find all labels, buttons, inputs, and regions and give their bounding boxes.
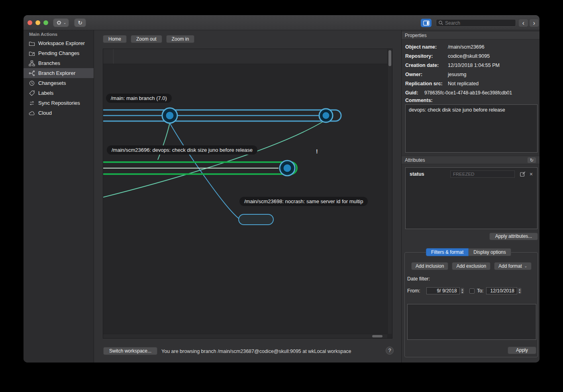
refresh-attributes-button[interactable]: ↻ <box>527 157 536 163</box>
branch-diagram-canvas[interactable]: ! /main: main branch (7.0) /main/scm2369… <box>103 49 392 339</box>
branch-label-scm23698[interactable]: /main/scm23698: nocrash: same server id … <box>239 197 368 206</box>
search-field[interactable] <box>436 19 516 27</box>
branch-explorer-icon <box>29 70 35 76</box>
zoom-in-button[interactable]: Zoom in <box>166 35 194 43</box>
property-value: codice@skull:9095 <box>448 53 490 59</box>
properties-panel: Properties Object name: /main/scm23696 R… <box>401 30 539 363</box>
toggle-right-panel-button[interactable] <box>421 19 432 27</box>
sidebar-item-branches[interactable]: Branches <box>24 58 94 68</box>
changeset-node-main-2[interactable] <box>319 109 333 122</box>
add-exclusion-button[interactable]: Add exclusion <box>452 262 490 270</box>
branch-label-main[interactable]: /main: main branch (7.0) <box>106 94 172 103</box>
folder-icon <box>29 40 35 47</box>
property-value: Not replicated <box>448 81 479 86</box>
changeset-node-scm23696[interactable] <box>280 161 295 176</box>
attribute-row[interactable]: status FREEZED × <box>406 168 537 178</box>
sidebar-panel-icon <box>423 20 430 26</box>
tab-display-options[interactable]: Display options <box>469 248 511 256</box>
attributes-title: Attributes <box>405 157 425 163</box>
property-label: Replication src: <box>405 81 448 86</box>
branches-icon <box>29 60 35 67</box>
horizontal-scrollbar-thumb[interactable] <box>372 335 383 337</box>
merge-link-curve[interactable] <box>103 122 323 197</box>
sidebar-item-label: Changesets <box>38 80 66 86</box>
sidebar-item-label: Labels <box>38 90 53 96</box>
apply-filters-button[interactable]: Apply <box>508 347 536 354</box>
sidebar-item-changesets[interactable]: Changesets <box>24 78 94 88</box>
filter-list-box[interactable] <box>407 304 536 340</box>
gear-icon <box>56 20 62 26</box>
comments-box[interactable]: devops: check disk size juno before rele… <box>405 104 537 153</box>
app-window: ⌄ ↻ ‹ › Main Actions <box>24 15 539 363</box>
folder-edit-icon <box>29 50 35 57</box>
to-label: To: <box>477 288 484 294</box>
canvas-toolbar: Home Zoom out Zoom in <box>103 35 194 43</box>
sidebar-item-label: Workspace Explorer <box>38 40 85 46</box>
attributes-table[interactable]: status FREEZED × <box>405 167 537 229</box>
zoom-out-button[interactable]: Zoom out <box>131 35 162 43</box>
refresh-button[interactable]: ↻ <box>74 18 86 27</box>
changeset-link-curve[interactable] <box>170 123 239 219</box>
sidebar-item-labels[interactable]: Labels <box>24 88 94 98</box>
property-value: jesusmg <box>448 72 467 77</box>
minimize-window-button[interactable] <box>35 20 40 25</box>
property-label: Repository: <box>405 53 448 59</box>
vertical-scrollbar-thumb[interactable] <box>388 50 391 66</box>
from-date-field[interactable]: 9/ 9/2018 <box>426 287 460 294</box>
stepper-down-icon[interactable]: ▾ <box>462 291 463 294</box>
sidebar-item-label: Cloud <box>38 110 52 116</box>
branch-label-scm23696[interactable]: /main/scm23696: devops: check disk size … <box>107 145 257 155</box>
refresh-icon: ↻ <box>78 20 82 26</box>
cloud-icon <box>29 110 35 116</box>
tab-filters-format[interactable]: Filters & format <box>426 248 469 256</box>
vertical-scrollbar[interactable] <box>387 49 392 334</box>
changeset-node-main-1[interactable] <box>162 108 177 123</box>
edit-attribute-icon[interactable] <box>520 171 526 177</box>
to-date-stepper[interactable]: ▴ ▾ <box>518 288 522 294</box>
switch-workspace-button[interactable]: Switch workspace... <box>103 347 157 355</box>
sidebar-item-label: Branch Explorer <box>38 70 75 76</box>
stepper-up-icon[interactable]: ▴ <box>519 288 520 291</box>
property-value: 978635fc-0ce1-4748-ab19-6ec398fcdb01 <box>424 90 512 96</box>
sidebar-item-pending-changes[interactable]: Pending Changes <box>24 48 94 58</box>
back-icon: ‹ <box>522 20 524 27</box>
attribute-name: status <box>410 171 450 177</box>
date-filter-label: Date filter: <box>407 276 430 282</box>
empty-changeset-pill[interactable] <box>239 214 273 225</box>
horizontal-scrollbar[interactable] <box>103 334 387 338</box>
sidebar-header: Main Actions <box>24 30 94 38</box>
add-format-label: Add format <box>498 263 522 270</box>
stepper-up-icon[interactable]: ▴ <box>462 288 463 291</box>
help-icon: ? <box>388 347 391 353</box>
attribute-value-field[interactable]: FREEZED <box>450 171 515 178</box>
sync-arrows-icon <box>29 100 35 106</box>
to-date-field[interactable]: 12/10/2018 <box>486 287 517 294</box>
close-window-button[interactable] <box>27 20 32 25</box>
from-label: From: <box>407 288 420 294</box>
comments-label: Comments: <box>405 98 433 103</box>
home-button[interactable]: Home <box>103 35 127 43</box>
clear-attribute-icon[interactable]: × <box>530 171 533 177</box>
back-button[interactable]: ‹ <box>518 19 528 27</box>
stepper-down-icon[interactable]: ▾ <box>519 291 520 294</box>
search-input[interactable] <box>445 20 514 26</box>
sidebar-item-branch-explorer[interactable]: Branch Explorer <box>24 68 94 78</box>
refresh-icon: ↻ <box>530 158 534 163</box>
help-button[interactable]: ? <box>386 347 394 355</box>
to-date-checkbox[interactable] <box>469 288 475 294</box>
filter-buttons-row: Add inclusion Add exclusion Add format ⌄ <box>411 262 532 270</box>
sidebar-item-workspace-explorer[interactable]: Workspace Explorer <box>24 38 94 48</box>
zoom-window-button[interactable] <box>43 20 48 25</box>
add-format-button[interactable]: Add format ⌄ <box>494 262 532 270</box>
sidebar-item-label: Branches <box>38 60 60 66</box>
settings-menu-button[interactable]: ⌄ <box>53 18 69 27</box>
sidebar-item-sync-repositories[interactable]: Sync Repositories <box>24 98 94 108</box>
attributes-section-header: Attributes ↻ <box>402 156 539 164</box>
search-icon <box>438 20 443 25</box>
apply-attributes-button[interactable]: Apply attributes... <box>489 233 538 240</box>
forward-button[interactable]: › <box>529 19 539 27</box>
sidebar-item-cloud[interactable]: Cloud <box>24 108 94 118</box>
from-date-stepper[interactable]: ▴ ▾ <box>461 288 464 294</box>
add-inclusion-button[interactable]: Add inclusion <box>411 262 448 270</box>
warning-mark: ! <box>316 148 318 155</box>
